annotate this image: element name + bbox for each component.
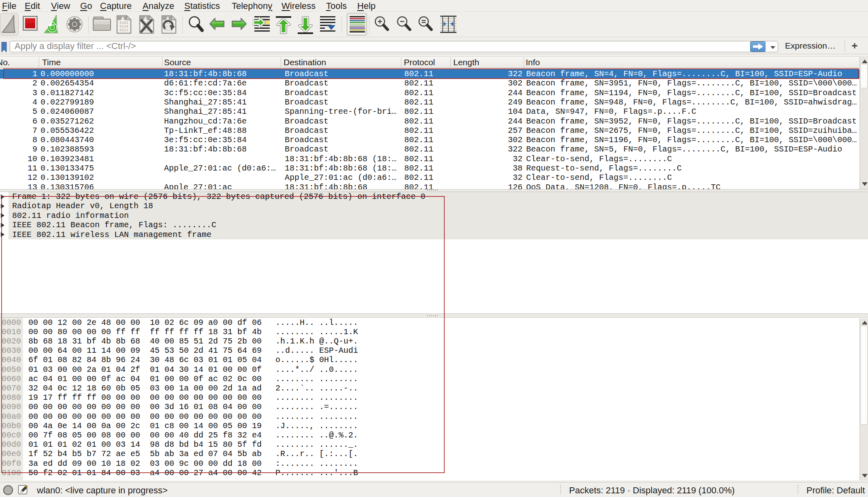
svg-text:0111: 0111: [119, 28, 128, 32]
